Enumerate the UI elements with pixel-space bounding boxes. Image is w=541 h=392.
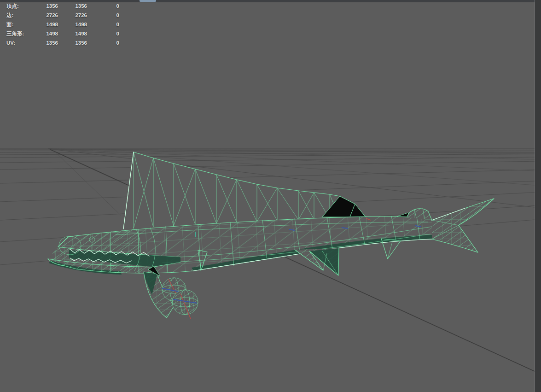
stat-col2: 1356: [58, 1, 87, 11]
stat-label: 面:: [6, 20, 42, 29]
stat-col1: 1356: [42, 1, 58, 11]
application-window: 顶点: 1356 1356 0 边: 2726 2726 0 面: 1498 1…: [0, 0, 541, 392]
stat-col2: 1498: [58, 29, 87, 38]
stat-label: UV:: [6, 38, 42, 47]
mesh-stats-hud: 顶点: 1356 1356 0 边: 2726 2726 0 面: 1498 1…: [0, 1, 119, 47]
hud-row-uv: UV: 1356 1356 0: [0, 38, 119, 47]
stat-col3: 0: [87, 29, 119, 38]
stat-col1: 1498: [42, 29, 58, 38]
hud-row-faces: 面: 1498 1498 0: [0, 20, 119, 29]
hud-row-triangles: 三角形: 1498 1498 0: [0, 29, 119, 38]
top-strip-accent: [140, 0, 156, 2]
stat-col2: 1356: [58, 38, 87, 47]
caudal-fin[interactable]: [432, 199, 494, 252]
stat-label: 三角形:: [6, 29, 42, 38]
stat-col2: 1498: [58, 20, 87, 29]
stat-col1: 2726: [42, 11, 58, 20]
stat-col3: 0: [87, 1, 119, 11]
hud-row-edges: 边: 2726 2726 0: [0, 11, 119, 20]
pelvic-fins[interactable]: [144, 266, 198, 319]
stat-label: 顶点:: [6, 1, 42, 11]
hud-row-vertices: 顶点: 1356 1356 0: [0, 1, 119, 11]
stat-col2: 2726: [58, 11, 87, 20]
viewport-right-border: [535, 0, 541, 392]
stat-col3: 0: [87, 38, 119, 47]
pelvic-sphere-2[interactable]: [172, 290, 198, 319]
stat-col3: 0: [87, 20, 119, 29]
viewport-3d[interactable]: [0, 0, 541, 392]
stat-label: 边:: [6, 11, 42, 20]
stat-col3: 0: [87, 11, 119, 20]
stat-col1: 1498: [42, 20, 58, 29]
stat-col1: 1356: [42, 38, 58, 47]
